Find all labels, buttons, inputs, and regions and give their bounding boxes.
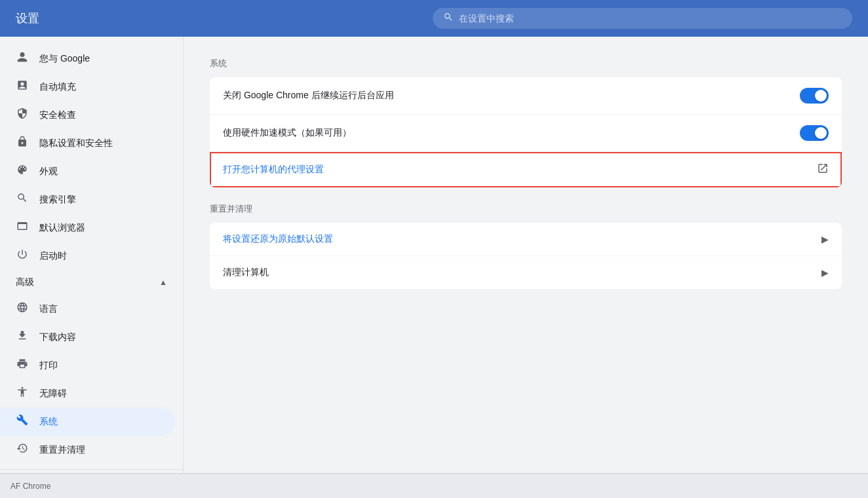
sidebar-item-downloads[interactable]: 下载内容 [0, 323, 175, 351]
hardware-accel-row: 使用硬件加速模式（如果可用） [210, 115, 842, 152]
proxy-external-link-icon [817, 163, 829, 177]
sidebar-item-autofill[interactable]: 自动填充 [0, 73, 175, 101]
background-apps-text: 关闭 Google Chrome 后继续运行后台应用 [223, 90, 394, 102]
search-bar[interactable] [433, 8, 852, 29]
person-icon [16, 51, 29, 66]
restore-settings-row[interactable]: 将设置还原为原始默认设置 ▶ [210, 223, 842, 256]
palette-icon [16, 164, 29, 179]
bottom-bar: AF Chrome [0, 473, 868, 498]
system-card: 关闭 Google Chrome 后继续运行后台应用 使用硬件加速模式（如果可用… [210, 77, 842, 187]
lock-icon [16, 136, 29, 151]
sidebar: 您与 Google 自动填充 安全检查 隐私设置和安全性 外观 [0, 37, 184, 473]
sidebar-label-privacy: 隐私设置和安全性 [39, 138, 113, 149]
sidebar-label-safety: 安全检查 [39, 109, 76, 121]
search-nav-icon [16, 192, 29, 207]
background-apps-toggle[interactable] [800, 88, 829, 104]
sidebar-item-appearance[interactable]: 外观 [0, 157, 175, 185]
power-icon [16, 248, 29, 263]
sidebar-label-reset: 重置并清理 [39, 444, 85, 456]
sidebar-label-autofill: 自动填充 [39, 81, 76, 93]
reset-section-title: 重置并清理 [210, 203, 842, 215]
sidebar-label-system: 系统 [39, 416, 58, 428]
sidebar-label-startup: 启动时 [39, 250, 67, 262]
clean-computer-row[interactable]: 清理计算机 ▶ [210, 256, 842, 289]
autofill-icon [16, 79, 29, 94]
print-icon [16, 358, 29, 373]
shield-icon [16, 107, 29, 123]
bottom-bar-label: AF Chrome [10, 482, 50, 491]
sidebar-item-startup[interactable]: 启动时 [0, 242, 175, 270]
header: 设置 [0, 0, 868, 37]
sidebar-label-search: 搜索引擎 [39, 194, 76, 206]
sidebar-label-you-google: 您与 Google [39, 53, 90, 65]
page-title: 设置 [16, 10, 39, 26]
sidebar-item-privacy[interactable]: 隐私设置和安全性 [0, 129, 175, 157]
sidebar-label-accessibility: 无障碍 [39, 388, 67, 400]
sidebar-label-downloads: 下载内容 [39, 332, 76, 343]
background-apps-row: 关闭 Google Chrome 后继续运行后台应用 [210, 77, 842, 115]
wrench-icon [16, 414, 29, 429]
sidebar-item-reset[interactable]: 重置并清理 [0, 436, 175, 464]
search-input[interactable] [459, 13, 842, 24]
sidebar-divider [0, 469, 183, 470]
sidebar-label-print: 打印 [39, 360, 58, 372]
sidebar-label-browser: 默认浏览器 [39, 222, 85, 234]
main-layout: 您与 Google 自动填充 安全检查 隐私设置和安全性 外观 [0, 37, 868, 473]
sidebar-item-language[interactable]: 语言 [0, 295, 175, 323]
search-icon [443, 12, 454, 25]
system-section-title: 系统 [210, 58, 842, 69]
hardware-accel-toggle[interactable] [800, 125, 829, 141]
sidebar-item-you-google[interactable]: 您与 Google [0, 45, 175, 73]
globe-icon [16, 301, 29, 316]
sidebar-label-appearance: 外观 [39, 166, 58, 178]
sidebar-item-search[interactable]: 搜索引擎 [0, 185, 175, 214]
restore-settings-chevron-icon: ▶ [821, 234, 829, 244]
sidebar-item-accessibility[interactable]: 无障碍 [0, 379, 175, 408]
sidebar-item-print[interactable]: 打印 [0, 351, 175, 379]
accessibility-icon [16, 386, 29, 401]
browser-icon [16, 220, 29, 235]
advanced-label: 高级 [16, 277, 34, 288]
download-icon [16, 330, 29, 345]
clean-computer-text: 清理计算机 [223, 267, 269, 278]
sidebar-item-system[interactable]: 系统 [0, 408, 175, 436]
proxy-row[interactable]: 打开您计算机的代理设置 [210, 152, 842, 187]
proxy-text: 打开您计算机的代理设置 [223, 164, 324, 176]
sidebar-label-language: 语言 [39, 303, 58, 315]
sidebar-item-safety[interactable]: 安全检查 [0, 101, 175, 129]
restore-settings-text: 将设置还原为原始默认设置 [223, 233, 333, 245]
reset-card: 将设置还原为原始默认设置 ▶ 清理计算机 ▶ [210, 223, 842, 289]
advanced-chevron-icon: ▲ [159, 278, 167, 287]
sidebar-item-browser[interactable]: 默认浏览器 [0, 214, 175, 242]
history-icon [16, 442, 29, 457]
content-area: 系统 关闭 Google Chrome 后继续运行后台应用 使用硬件加速模式（如… [184, 37, 868, 473]
clean-computer-chevron-icon: ▶ [821, 267, 829, 278]
advanced-section[interactable]: 高级 ▲ [0, 270, 183, 295]
hardware-accel-text: 使用硬件加速模式（如果可用） [223, 127, 351, 139]
